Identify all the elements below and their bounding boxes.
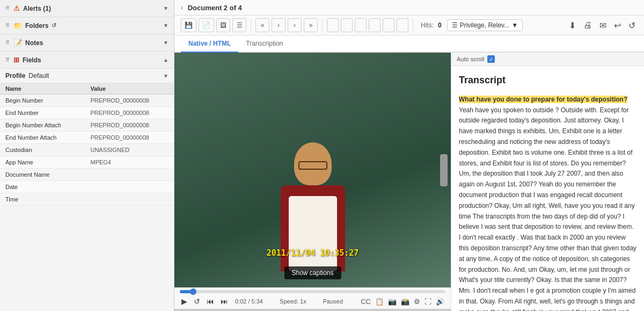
video-container: 2011/11/04 10:35:27 Show captions	[174, 53, 451, 287]
pg-btn-1[interactable]	[327, 18, 339, 32]
volume-button[interactable]: 🔊	[435, 296, 445, 307]
list-view-button[interactable]: ☰	[232, 18, 246, 32]
toolbar-right: ⬇ 🖨 ✉ ↩ ↺	[567, 19, 638, 32]
col-header-name: Name	[0, 83, 85, 95]
field-value-cell: UNASSIGNED	[85, 144, 174, 156]
camera-icon-button[interactable]: 📷	[387, 296, 398, 307]
doc-title: Document 2 of 4	[188, 4, 242, 12]
camera2-icon-button[interactable]: 📸	[400, 296, 411, 307]
pg-btn-4[interactable]	[369, 18, 380, 32]
person-glasses	[298, 161, 327, 170]
fastforward-button[interactable]: ⏭	[219, 296, 230, 307]
person-shirt	[289, 196, 337, 271]
fields-chevron-up-icon: ▲	[163, 57, 169, 63]
fields-table: Name Value Begin NumberPREPROD_00000008E…	[0, 83, 174, 206]
folders-chevron-icon: ▼	[163, 23, 169, 28]
paused-label: Paused	[323, 298, 343, 305]
print-button[interactable]: 🖨	[581, 19, 594, 31]
email-button[interactable]: ✉	[597, 19, 609, 32]
sidebar: ⠿ ⚠ Alerts (1) ▼ ⠿ 📁 Folders ↺ ▼ ⠿ 📝 Not…	[0, 0, 174, 311]
sort-chevron-icon: ▼	[511, 21, 518, 29]
nav-last-button[interactable]: »	[304, 18, 318, 32]
profile-label: Profile	[5, 72, 25, 79]
alerts-section[interactable]: ⠿ ⚠ Alerts (1) ▼	[0, 0, 174, 17]
nav-first-button[interactable]: «	[255, 18, 269, 32]
sort-dropdown[interactable]: ☰ Privilege, Relev... ▼	[447, 19, 523, 31]
save-button[interactable]: 💾	[181, 18, 196, 32]
undo-button[interactable]: ↩	[612, 19, 623, 32]
nav-prev-button[interactable]: ‹	[272, 18, 286, 32]
pg-btn-6[interactable]	[397, 18, 408, 32]
profile-dropdown[interactable]: ▼	[163, 73, 169, 79]
progress-bar[interactable]	[180, 290, 445, 293]
field-name-cell: Custodian	[0, 144, 85, 156]
tabs-row: Native / HTML Transcription	[174, 35, 644, 53]
field-value-cell: PREPROD_00000008	[85, 107, 174, 119]
video-bg: 2011/11/04 10:35:27 Show captions	[174, 53, 451, 287]
image-view-button[interactable]: 🖼	[216, 18, 230, 32]
notes-section[interactable]: ⠿ 📝 Notes ▼	[0, 34, 174, 52]
pg-btn-3[interactable]	[355, 18, 367, 32]
grip-icon: ⠿	[5, 57, 9, 63]
video-placeholder: 2011/11/04 10:35:27 Show captions	[174, 53, 451, 287]
doc-nav-left-icon[interactable]: ‹	[181, 3, 184, 12]
content-area: 2011/11/04 10:35:27 Show captions ▶ ↺ ⏮ …	[174, 53, 644, 311]
field-value-cell	[85, 193, 174, 206]
grip-icon: ⠿	[5, 5, 9, 11]
notes-chevron-icon: ▼	[163, 40, 169, 46]
sort-icon: ☰	[452, 21, 458, 29]
separator	[251, 19, 251, 31]
video-scroll-handle[interactable]	[440, 154, 448, 186]
resize-handle[interactable]	[174, 309, 451, 311]
fullscreen-button[interactable]: ⛶	[423, 296, 433, 307]
transcript-icon-button[interactable]: 📋	[374, 296, 385, 307]
field-value-cell: PREPROD_00000008	[85, 132, 174, 144]
alert-icon: ⚠	[13, 4, 20, 12]
field-name-cell: End Number	[0, 107, 85, 119]
field-name-cell: App Name	[0, 156, 85, 169]
history-button[interactable]: ↺	[626, 19, 638, 32]
alerts-label: Alerts (1)	[23, 5, 51, 12]
play-button[interactable]: ▶	[180, 296, 189, 307]
auto-scroll-checkbox[interactable]: ✓	[487, 55, 495, 63]
field-value-cell: MPEG4	[85, 156, 174, 169]
transcript-title: Transcript	[459, 73, 636, 88]
refresh-icon[interactable]: ↺	[52, 22, 56, 29]
download-button[interactable]: ⬇	[567, 19, 578, 32]
checkbox-check-icon: ✓	[489, 56, 493, 62]
cc-button[interactable]: CC	[360, 296, 372, 307]
table-row: Time	[0, 193, 174, 206]
nav-next-button[interactable]: ›	[288, 18, 302, 32]
separator	[413, 19, 413, 31]
tab-native-html[interactable]: Native / HTML	[181, 35, 238, 53]
controls-row: ▶ ↺ ⏮ ⏭ 0:02 / 5:34 Speed: 1x Paused CC …	[180, 296, 445, 307]
rewind-button[interactable]: ⏮	[205, 296, 216, 307]
table-row: CustodianUNASSIGNED	[0, 144, 174, 156]
fields-section[interactable]: ⠿ ⊞ Fields ▲	[0, 52, 174, 69]
table-row: Begin NumberPREPROD_00000008	[0, 95, 174, 107]
show-captions-button[interactable]: Show captions	[284, 266, 341, 279]
folders-section[interactable]: ⠿ 📁 Folders ↺ ▼	[0, 17, 174, 34]
settings-button[interactable]: ⚙	[413, 296, 421, 307]
auto-scroll-label: Auto scroll	[457, 56, 484, 62]
folders-label: Folders	[25, 22, 48, 30]
transcript-body: Transcript What have you done to prepare…	[451, 66, 644, 311]
pg-btn-5[interactable]	[383, 18, 394, 32]
tab-transcription[interactable]: Transcription	[238, 35, 290, 53]
grip-icon: ⠿	[5, 40, 9, 46]
doc-view-button[interactable]: 📄	[199, 18, 214, 32]
grip-icon: ⠿	[5, 23, 9, 28]
progress-dot	[190, 288, 196, 295]
auto-scroll-bar: Auto scroll ✓	[451, 53, 644, 66]
pg-btn-2[interactable]	[341, 18, 353, 32]
col-header-value: Value	[85, 83, 174, 95]
video-panel: 2011/11/04 10:35:27 Show captions ▶ ↺ ⏮ …	[174, 53, 451, 311]
table-row: End NumberPREPROD_00000008	[0, 107, 174, 119]
alerts-chevron-icon: ▼	[163, 5, 169, 11]
notes-icon: 📝	[13, 39, 22, 47]
top-bar: ‹ Document 2 of 4	[174, 0, 644, 16]
replay-button[interactable]: ↺	[192, 296, 202, 307]
field-value-cell	[85, 181, 174, 193]
transcript-text: What have you done to prepare for today'…	[459, 95, 636, 311]
field-name-cell: Document Name	[0, 169, 85, 181]
